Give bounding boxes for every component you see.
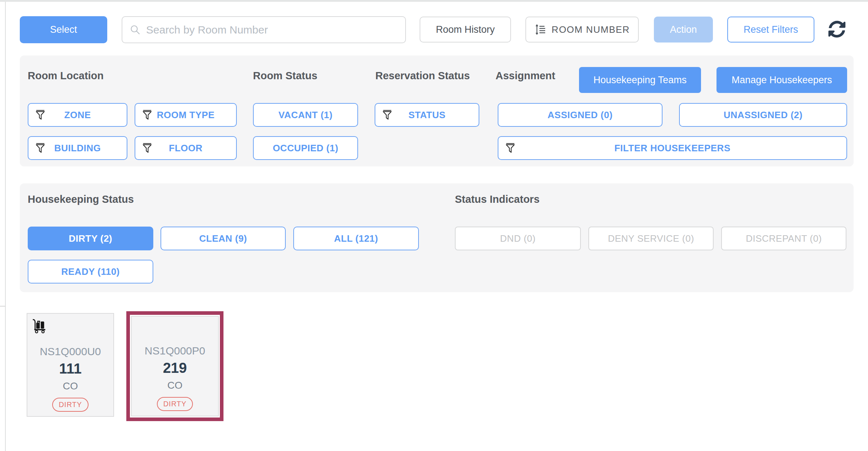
filter-label: ROOM TYPE — [157, 110, 215, 121]
sort-by-label: ROOM NUMBER — [552, 24, 630, 35]
filter-label: ALL (121) — [334, 233, 378, 244]
reservation-status-label: CO — [167, 380, 182, 391]
filter-assigned-button[interactable]: ASSIGNED (0) — [498, 103, 663, 127]
status-badge: DIRTY — [52, 398, 89, 412]
filters-panel: Room Location Room Status Reservation St… — [20, 55, 854, 166]
room-history-button[interactable]: Room History — [420, 17, 511, 43]
hk-dirty-button[interactable]: DIRTY (2) — [28, 227, 153, 250]
housekeeping-teams-button[interactable]: Housekeeping Teams — [579, 67, 701, 93]
hk-all-button[interactable]: ALL (121) — [293, 227, 419, 250]
filter-label: ASSIGNED (0) — [548, 110, 613, 121]
filter-room-type-button[interactable]: ROOM TYPE — [135, 103, 237, 127]
filter-floor-button[interactable]: FLOOR — [135, 136, 237, 160]
search-box[interactable] — [122, 16, 406, 43]
room-card-111[interactable]: NS1Q000U0 111 CO DIRTY — [27, 313, 114, 417]
sort-amount-icon — [534, 23, 547, 36]
reservation-status-title: Reservation Status — [375, 70, 470, 82]
room-location-title: Room Location — [28, 70, 104, 82]
filter-label: DIRTY (2) — [69, 233, 112, 244]
funnel-icon — [142, 108, 154, 122]
filter-label: FILTER HOUSEKEEPERS — [614, 143, 731, 154]
status-badge: DIRTY — [157, 397, 193, 411]
filter-building-button[interactable]: BUILDING — [28, 136, 127, 160]
top-divider — [0, 0, 868, 2]
hk-clean-button[interactable]: CLEAN (9) — [161, 227, 286, 250]
hk-ready-button[interactable]: READY (110) — [28, 260, 153, 283]
funnel-icon — [35, 141, 47, 155]
manage-housekeepers-button[interactable]: Manage Housekeepers — [716, 67, 847, 93]
indicator-label: DENY SERVICE (0) — [608, 233, 694, 244]
indicator-dnd-button: DND (0) — [455, 227, 581, 250]
filter-vacant-button[interactable]: VACANT (1) — [253, 103, 358, 127]
funnel-icon — [142, 141, 154, 155]
room-card-219-selected[interactable]: NS1Q000P0 219 CO DIRTY — [126, 311, 223, 421]
left-divider-tick — [0, 306, 5, 307]
filter-unassigned-button[interactable]: UNASSIGNED (2) — [679, 103, 847, 127]
room-card-219: NS1Q000P0 219 CO DIRTY — [131, 316, 219, 416]
housekeeping-status-title: Housekeeping Status — [28, 193, 134, 205]
select-button[interactable]: Select — [20, 16, 107, 43]
indicator-label: DISCREPANT (0) — [746, 233, 822, 244]
filter-label: FLOOR — [169, 143, 203, 154]
filter-label: UNASSIGNED (2) — [724, 110, 803, 121]
room-number: 111 — [59, 361, 81, 377]
housekeeping-status-panel: Housekeeping Status Status Indicators DI… — [20, 183, 854, 292]
filter-label: STATUS — [408, 110, 446, 121]
indicator-label: DND (0) — [500, 233, 536, 244]
filter-label: ZONE — [64, 110, 91, 121]
assignment-title: Assignment — [496, 70, 555, 82]
status-indicators-title: Status Indicators — [455, 193, 539, 205]
search-input[interactable] — [146, 24, 398, 36]
search-icon — [130, 24, 141, 36]
funnel-icon — [505, 141, 517, 155]
left-divider — [5, 2, 6, 451]
filter-label: OCCUPIED (1) — [273, 143, 338, 154]
filter-label: READY (110) — [61, 266, 120, 277]
luggage-cart-icon — [32, 318, 47, 334]
filter-status-button[interactable]: STATUS — [375, 103, 479, 127]
reset-filters-button[interactable]: Reset Filters — [727, 17, 814, 43]
indicator-discrepant-button: DISCREPANT (0) — [721, 227, 846, 250]
room-code: NS1Q000U0 — [40, 345, 101, 358]
room-status-title: Room Status — [253, 70, 317, 82]
reservation-status-label: CO — [63, 380, 78, 392]
indicator-deny-service-button: DENY SERVICE (0) — [588, 227, 714, 250]
filter-label: CLEAN (9) — [199, 233, 247, 244]
funnel-icon — [382, 108, 394, 122]
action-button: Action — [654, 17, 713, 43]
filter-housekeepers-button[interactable]: FILTER HOUSEKEEPERS — [498, 136, 847, 160]
filter-label: VACANT (1) — [279, 110, 333, 121]
sort-by-button[interactable]: ROOM NUMBER — [525, 17, 639, 43]
funnel-icon — [35, 108, 47, 122]
filter-zone-button[interactable]: ZONE — [28, 103, 127, 127]
filter-label: BUILDING — [54, 143, 101, 154]
room-code: NS1Q000P0 — [145, 345, 205, 357]
housekeeping-page: Select Room History ROOM NUMBER Action — [0, 0, 868, 451]
refresh-icon[interactable] — [828, 21, 846, 38]
room-number: 219 — [163, 360, 187, 376]
filter-occupied-button[interactable]: OCCUPIED (1) — [253, 136, 358, 160]
